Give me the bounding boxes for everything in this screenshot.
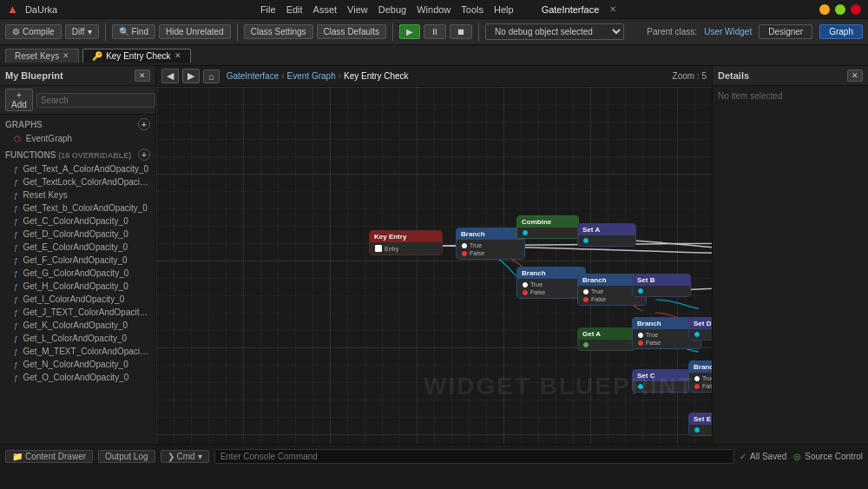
sidebar-item-function[interactable]: ƒ Get_Text_A_ColorAndOpacity_0 xyxy=(0,162,155,175)
function-icon: ƒ xyxy=(14,321,21,330)
node-pin xyxy=(693,331,712,338)
class-settings-button[interactable]: Class Settings xyxy=(244,24,313,39)
add-graph-button[interactable]: + xyxy=(138,118,150,130)
sidebar-item-function[interactable]: ƒ Get_M_TEXT_ColorAndOpacity_0 xyxy=(0,345,155,358)
menu-help[interactable]: Help xyxy=(494,4,514,15)
sidebar-close-button[interactable]: ✕ xyxy=(135,69,150,82)
sidebar-item-function[interactable]: ƒ Get_I_ColorAndOpacity_0 xyxy=(0,293,155,306)
node-body xyxy=(633,286,690,296)
bp-node-set-3[interactable]: Set C xyxy=(632,369,691,393)
sidebar-item-function[interactable]: ƒ Reset Keys xyxy=(0,188,155,202)
sidebar-item-function[interactable]: ƒ Get_D_ColorAndOpacity_0 xyxy=(0,228,155,241)
pin-dot xyxy=(694,427,700,433)
content-drawer-button[interactable]: 📁 Content Drawer xyxy=(5,450,93,463)
play-options-button[interactable]: ⏸ xyxy=(424,24,446,39)
tab-reset-keys-close[interactable]: ✕ xyxy=(62,51,69,60)
breadcrumb-event-graph[interactable]: Event Graph xyxy=(287,71,336,81)
maximize-button[interactable] xyxy=(835,4,845,15)
zoom-level: Zoom : 5 xyxy=(673,71,707,81)
details-close-button[interactable]: ✕ xyxy=(847,69,863,82)
bp-node-get-1[interactable]: Get A xyxy=(577,327,636,351)
node-header: Set B xyxy=(633,274,690,286)
function-icon: ƒ xyxy=(14,217,21,226)
menu-window[interactable]: Window xyxy=(417,4,450,15)
menu-tools[interactable]: Tools xyxy=(461,4,483,15)
menu-view[interactable]: View xyxy=(347,4,368,15)
graph-canvas[interactable]: Key Entry Entry Branch True xyxy=(156,87,712,444)
sidebar-item-function[interactable]: ƒ Get_K_ColorAndOpacity_0 xyxy=(0,319,155,332)
designer-button[interactable]: Designer xyxy=(759,24,812,39)
play-button[interactable]: ▶ xyxy=(399,24,420,39)
add-function-button[interactable]: + xyxy=(138,149,150,161)
project-name: DaUrka xyxy=(25,4,57,15)
source-control-status[interactable]: ◎ Source Control xyxy=(793,452,863,461)
cmd-icon: ❯ xyxy=(168,452,174,461)
sidebar-item-function[interactable]: ƒ Get_J_TEXT_ColorAndOpacity_0 xyxy=(0,306,155,319)
menu-edit[interactable]: Edit xyxy=(286,4,303,15)
sidebar-item-function[interactable]: ƒ Get_C_ColorAndOpacity_0 xyxy=(0,215,155,228)
pin-dot xyxy=(523,282,528,287)
node-header: Get A xyxy=(578,328,635,340)
compile-button[interactable]: ⚙ Compile xyxy=(5,24,62,39)
function-icon: ƒ xyxy=(14,295,21,304)
tab-close-x[interactable]: ✕ xyxy=(609,4,616,15)
close-button[interactable] xyxy=(851,4,861,15)
sidebar-item-function[interactable]: ƒ Get_O_ColorAndOpacity_0 xyxy=(0,371,155,384)
nav-home-button[interactable]: ⌂ xyxy=(203,69,220,83)
hide-unrelated-button[interactable]: Hide Unrelated xyxy=(159,24,231,39)
menu-asset[interactable]: Asset xyxy=(313,4,338,15)
function-icon: ƒ xyxy=(14,191,21,200)
sidebar-item-function[interactable]: ƒ Get_G_ColorAndOpacity_0 xyxy=(0,267,155,280)
node-body: True False xyxy=(517,279,585,298)
status-right: ✓ All Saved ◎ Source Control xyxy=(740,452,863,461)
function-icon: ƒ xyxy=(14,308,21,317)
nav-back-button[interactable]: ◀ xyxy=(161,69,179,83)
function-icon: ƒ xyxy=(14,269,21,278)
details-title: Details xyxy=(718,70,749,81)
breadcrumb-gate-interface[interactable]: GateInterface xyxy=(227,71,279,81)
bp-node-branch-5[interactable]: Branch True False xyxy=(688,360,712,393)
tab-key-entry-close[interactable]: ✕ xyxy=(174,51,181,60)
stop-button[interactable]: ⏹ xyxy=(450,24,472,39)
bp-node-set-5[interactable]: Set E xyxy=(688,413,712,436)
nav-forward-button[interactable]: ▶ xyxy=(182,69,200,83)
cmd-button[interactable]: ❯ Cmd ▾ xyxy=(161,450,209,463)
add-button[interactable]: + Add xyxy=(5,89,33,111)
minimize-button[interactable] xyxy=(819,4,830,15)
bp-node-branch-1[interactable]: Branch True False xyxy=(456,228,525,260)
sidebar-item-function[interactable]: ƒ Get_L_ColorAndOpacity_0 xyxy=(0,332,155,345)
search-input[interactable] xyxy=(36,93,155,108)
parent-class-label: Parent class: xyxy=(647,27,697,36)
sidebar-item-function[interactable]: ƒ Get_Text_b_ColorAndOpacity_0 xyxy=(0,202,155,215)
node-header: Branch xyxy=(689,361,712,373)
sidebar-item-function[interactable]: ƒ Get_E_ColorAndOpacity_0 xyxy=(0,241,155,254)
sidebar-item-function[interactable]: ƒ Get_N_ColorAndOpacity_0 xyxy=(0,358,155,371)
breadcrumb-key-entry-check[interactable]: Key Entry Check xyxy=(344,71,408,81)
bp-node-key-entry-left[interactable]: Key Entry Entry xyxy=(369,230,443,255)
bp-node-set-2[interactable]: Set B xyxy=(632,274,691,297)
find-button[interactable]: 🔍 Find xyxy=(112,24,155,39)
sidebar-item-function[interactable]: ƒ Get_TextLock_ColorAndOpacity_0 xyxy=(0,175,155,188)
bp-node-func-1[interactable]: Combine xyxy=(516,215,579,239)
output-log-button[interactable]: Output Log xyxy=(98,450,155,463)
sidebar-item-function[interactable]: ƒ Get_F_ColorAndOpacity_0 xyxy=(0,254,155,267)
sidebar-item-function[interactable]: ƒ Get_H_ColorAndOpacity_0 xyxy=(0,280,155,293)
menu-file[interactable]: File xyxy=(260,4,276,15)
diff-button[interactable]: Diff ▾ xyxy=(65,24,99,39)
pin-dot xyxy=(583,297,589,302)
bp-node-set-4[interactable]: Set D xyxy=(688,317,712,340)
bp-node-branch-2[interactable]: Branch True False xyxy=(516,267,586,299)
bp-node-set-1[interactable]: Set A xyxy=(577,223,636,247)
class-defaults-button[interactable]: Class Defaults xyxy=(317,24,386,39)
tab-key-entry-check[interactable]: 🔑 Key Entry Check ✕ xyxy=(82,49,190,63)
debug-object-dropdown[interactable]: No debug object selected xyxy=(485,23,624,40)
function-icon: ƒ xyxy=(14,204,21,213)
graph-button[interactable]: Graph xyxy=(819,24,863,39)
pin-dot xyxy=(462,243,467,248)
node-header: Key Entry xyxy=(370,231,442,242)
menu-debug[interactable]: Debug xyxy=(378,4,406,15)
sidebar-item-event-graph[interactable]: ⬡ EventGraph xyxy=(0,132,155,145)
tab-reset-keys[interactable]: Reset Keys ✕ xyxy=(5,49,79,63)
console-input[interactable] xyxy=(214,449,734,464)
compile-icon: ⚙ xyxy=(12,27,20,36)
